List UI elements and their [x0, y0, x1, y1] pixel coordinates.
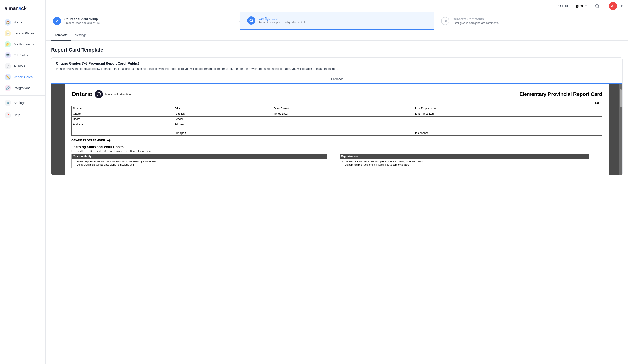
sidebar-item-lesson-planning[interactable]: 📋 Lesson Planning — [0, 28, 45, 39]
ai-icon: ⬡ — [4, 63, 11, 69]
scroll-thumb[interactable] — [620, 89, 622, 107]
avatar[interactable]: AT — [609, 2, 617, 10]
sidebar-divider — [0, 95, 45, 96]
step2-chevron: › — [432, 18, 434, 23]
sidebar-item-home[interactable]: 🏠 Home — [0, 17, 45, 28]
help-icon: ❓ — [4, 112, 11, 118]
skills-content-row: Fulfils responsibilities and commitments… — [72, 158, 602, 168]
step1-text: Course/Student Setup Enter courses and s… — [64, 17, 100, 25]
table-row: Grade: Teacher: Times Late: Total Times … — [72, 111, 602, 116]
edu-icon: 🖥️ — [4, 52, 11, 58]
page-title: Report Card Template — [51, 47, 623, 53]
step1-chevron: › — [238, 18, 240, 23]
grade-arrow: ➡ — [107, 138, 110, 143]
organization-bullets: Devises and follows a plan and process f… — [342, 160, 600, 166]
template-name: Ontario Grades 7–8 Provincial Report Car… — [56, 61, 618, 65]
step-generate-comments[interactable]: 03 Generate Comments Enter grades and ge… — [434, 12, 628, 30]
report-date: Date: — [72, 101, 602, 104]
integrations-icon: 🔗 — [4, 85, 11, 91]
preview-bar[interactable]: Preview — [51, 75, 622, 84]
table-row: Student: OEN: Days Absent: Total Days Ab… — [72, 106, 602, 111]
grade-line — [112, 140, 131, 141]
svg-point-0 — [596, 4, 599, 7]
step-course-setup[interactable]: ✓ Course/Student Setup Enter courses and… — [46, 12, 240, 30]
report-doc-wrapper: Ontario Ministry of Education Elementary… — [51, 84, 622, 175]
step-configuration[interactable]: 02 Configuration Set up the template and… — [240, 12, 434, 30]
lesson-icon: 📋 — [4, 30, 11, 36]
sidebar-nav: 🏠 Home 📋 Lesson Planning 📁 My Resources … — [0, 17, 45, 360]
step3-text: Generate Comments Enter grades and gener… — [453, 17, 498, 25]
resources-icon: 📁 — [4, 41, 11, 47]
sidebar-item-ai-tools[interactable]: ⬡ AI Tools — [0, 61, 45, 72]
tab-template[interactable]: Template — [51, 30, 72, 41]
app-header: Output English French AT ▾ — [46, 0, 628, 12]
table-row: Board: School: — [72, 116, 602, 122]
avatar-chevron[interactable]: ▾ — [621, 4, 623, 8]
output-label-area: Output English French — [558, 3, 589, 9]
skills-header-row: Responsibility Organization — [72, 154, 602, 158]
language-select[interactable]: English French — [570, 3, 589, 9]
home-icon: 🏠 — [4, 19, 11, 26]
table-row: Principal: Telephone: — [72, 130, 602, 136]
template-header: Ontario Grades 7–8 Provincial Report Car… — [51, 58, 622, 75]
sidebar-item-settings[interactable]: ⚙️ Settings — [0, 97, 45, 110]
scrollbar[interactable] — [619, 84, 622, 175]
main-wrapper: Output English French AT ▾ ✓ Course/Stud… — [46, 0, 628, 364]
ontario-logo: Ontario Ministry of Education — [72, 90, 131, 98]
config-tabs: Template Settings — [46, 30, 628, 41]
report-header: Ontario Ministry of Education Elementary… — [72, 90, 602, 98]
step3-circle: 03 — [441, 17, 449, 25]
report-icon: ✏️ — [4, 74, 11, 80]
table-row: Address: Address: — [72, 122, 602, 130]
stepper: ✓ Course/Student Setup Enter courses and… — [46, 12, 628, 30]
step1-circle: ✓ — [53, 17, 61, 25]
report-document: Ontario Ministry of Education Elementary… — [65, 84, 609, 175]
sidebar-item-report-cards[interactable]: ✏️ Report Cards — [0, 72, 45, 82]
responsibility-bullets: Fulfils responsibilities and commitments… — [74, 160, 338, 166]
sidebar-item-edu-slides[interactable]: 🖥️ EduSlides — [0, 50, 45, 61]
grade-september: GRADE IN SEPTEMBER ➡ — [72, 138, 602, 143]
skills-title: Learning Skills and Work Habits — [72, 145, 602, 149]
skills-table: Responsibility Organization — [72, 154, 602, 168]
step2-circle: 02 — [247, 16, 255, 25]
tab-settings[interactable]: Settings — [72, 30, 90, 41]
app-logo: almanack — [0, 4, 45, 17]
step2-text: Configuration Set up the template and gr… — [258, 17, 307, 24]
output-label: Output — [558, 4, 568, 8]
sidebar: almanack 🏠 Home 📋 Lesson Planning 📁 My R… — [0, 0, 46, 364]
skills-legend: E – Excellent G – Good S – Satisfactory … — [72, 150, 602, 152]
template-card: Ontario Grades 7–8 Provincial Report Car… — [51, 58, 623, 175]
settings-icon: ⚙️ — [4, 100, 11, 106]
main-content: ✓ Course/Student Setup Enter courses and… — [46, 12, 628, 364]
report-info-table: Student: OEN: Days Absent: Total Days Ab… — [72, 106, 602, 136]
search-button[interactable] — [593, 2, 601, 10]
sidebar-item-my-resources[interactable]: 📁 My Resources — [0, 39, 45, 50]
sidebar-item-help[interactable]: ❓ Help — [0, 110, 45, 121]
template-description: Please review the template below to ensu… — [56, 67, 618, 71]
page-body: Report Card Template Ontario Grades 7–8 … — [46, 41, 628, 182]
sidebar-item-integrations[interactable]: 🔗 Integrations — [0, 82, 45, 93]
ontario-badge — [95, 90, 103, 98]
